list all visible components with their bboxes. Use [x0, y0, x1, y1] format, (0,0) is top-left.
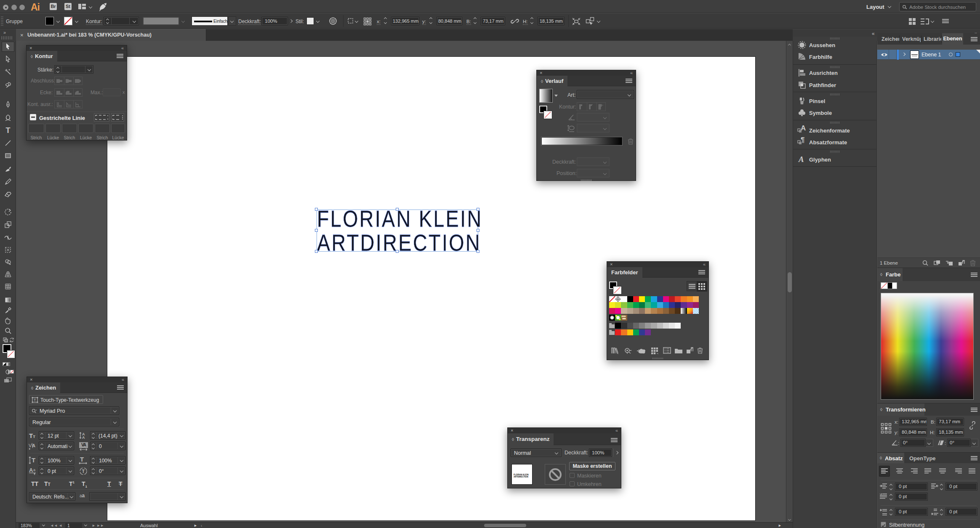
- svg-text:T: T: [34, 398, 36, 402]
- svg-text:T: T: [32, 456, 35, 464]
- svg-text:a: a: [33, 468, 35, 472]
- svg-text:A: A: [29, 467, 33, 473]
- svg-text:T: T: [82, 469, 85, 474]
- svg-text:A: A: [82, 435, 85, 439]
- svg-text:V: V: [29, 443, 32, 448]
- svg-text:T: T: [80, 456, 84, 463]
